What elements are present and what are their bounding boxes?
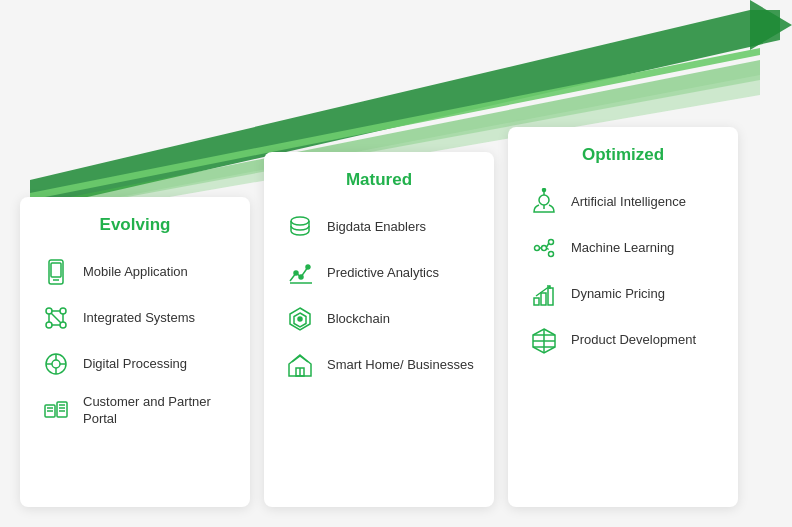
svg-point-46 xyxy=(549,240,554,245)
svg-point-30 xyxy=(291,217,309,225)
svg-point-10 xyxy=(46,322,52,328)
svg-rect-52 xyxy=(534,298,539,305)
item-label: Product Development xyxy=(571,332,696,349)
list-item: Mobile Application xyxy=(40,249,230,295)
list-item: Smart Home/ Businesses xyxy=(284,342,474,388)
evolving-title: Evolving xyxy=(40,215,230,235)
item-label: Predictive Analytics xyxy=(327,265,439,282)
svg-point-37 xyxy=(298,317,302,321)
svg-point-44 xyxy=(543,189,546,192)
item-label: Digital Processing xyxy=(83,356,187,373)
item-label: Integrated Systems xyxy=(83,310,195,327)
list-item: Machine Learning xyxy=(528,225,718,271)
card-evolving: Evolving Mobile Application xyxy=(20,197,250,507)
svg-rect-53 xyxy=(541,293,546,305)
item-label: Blockchain xyxy=(327,311,390,328)
list-item: Digital Processing xyxy=(40,341,230,387)
svg-point-41 xyxy=(539,195,549,205)
digital-icon xyxy=(40,348,72,380)
list-item: Customer and Partner Portal xyxy=(40,387,230,435)
svg-point-47 xyxy=(549,252,554,257)
item-label: Machine Learning xyxy=(571,240,674,257)
list-item: Predictive Analytics xyxy=(284,250,474,296)
item-label: Bigdata Enablers xyxy=(327,219,426,236)
diagram-container: Evolving Mobile Application xyxy=(0,0,792,527)
item-label: Customer and Partner Portal xyxy=(83,394,230,428)
smarthome-icon xyxy=(284,349,316,381)
svg-point-45 xyxy=(535,246,540,251)
product-icon xyxy=(528,324,560,356)
blockchain-icon xyxy=(284,303,316,335)
item-label: Artificial Intelligence xyxy=(571,194,686,211)
portal-icon xyxy=(40,395,72,427)
svg-point-33 xyxy=(306,265,310,269)
svg-rect-54 xyxy=(548,288,553,305)
optimized-title: Optimized xyxy=(528,145,718,165)
svg-point-48 xyxy=(542,246,547,251)
svg-point-32 xyxy=(299,275,303,279)
svg-point-9 xyxy=(60,308,66,314)
bigdata-icon xyxy=(284,211,316,243)
ml-icon xyxy=(528,232,560,264)
list-item: Product Development xyxy=(528,317,718,363)
svg-rect-7 xyxy=(51,263,61,277)
svg-marker-1 xyxy=(750,0,792,50)
matured-title: Matured xyxy=(284,170,474,190)
pricing-icon xyxy=(528,278,560,310)
ai-icon xyxy=(528,186,560,218)
svg-point-18 xyxy=(52,360,60,368)
item-label: Smart Home/ Businesses xyxy=(327,357,474,374)
list-item: Integrated Systems xyxy=(40,295,230,341)
svg-point-31 xyxy=(294,271,298,275)
item-label: Dynamic Pricing xyxy=(571,286,665,303)
mobile-icon xyxy=(40,256,72,288)
list-item: Bigdata Enablers xyxy=(284,204,474,250)
item-label: Mobile Application xyxy=(83,264,188,281)
cards-row: Evolving Mobile Application xyxy=(20,127,772,507)
list-item: Blockchain xyxy=(284,296,474,342)
list-item: Artificial Intelligence xyxy=(528,179,718,225)
card-optimized: Optimized Artificial Intelligence xyxy=(508,127,738,507)
card-matured: Matured Bigdata Enablers xyxy=(264,152,494,507)
svg-line-51 xyxy=(547,244,549,248)
analytics-icon xyxy=(284,257,316,289)
list-item: Dynamic Pricing xyxy=(528,271,718,317)
svg-line-16 xyxy=(51,313,61,323)
integrated-icon xyxy=(40,302,72,334)
